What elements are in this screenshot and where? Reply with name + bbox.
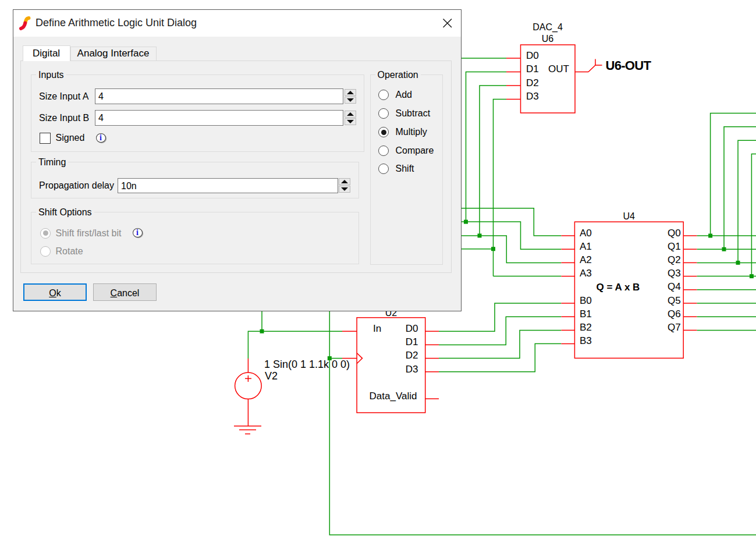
svg-text:A0: A0 xyxy=(580,228,592,239)
svg-text:In: In xyxy=(373,323,381,334)
svg-text:B2: B2 xyxy=(580,322,592,333)
svg-text:Q = A x B: Q = A x B xyxy=(597,282,640,293)
svg-text:D3: D3 xyxy=(526,91,539,102)
svg-text:Data_Valid: Data_Valid xyxy=(370,391,417,402)
svg-text:1 Sin(0 1 1.1k 0 0): 1 Sin(0 1 1.1k 0 0) xyxy=(264,359,350,370)
svg-text:Q4: Q4 xyxy=(668,281,681,292)
svg-text:DAC_4: DAC_4 xyxy=(533,22,563,33)
svg-text:A1: A1 xyxy=(580,241,592,252)
svg-text:Q6: Q6 xyxy=(668,308,681,320)
svg-text:V2: V2 xyxy=(265,370,278,382)
svg-text:D2: D2 xyxy=(406,350,418,361)
svg-text:U4: U4 xyxy=(623,211,636,221)
svg-text:B1: B1 xyxy=(580,308,592,320)
svg-text:U6: U6 xyxy=(542,34,554,44)
svg-text:A3: A3 xyxy=(580,268,592,279)
svg-text:Q0: Q0 xyxy=(668,228,681,239)
svg-text:D2: D2 xyxy=(526,77,539,88)
svg-text:D0: D0 xyxy=(526,50,539,61)
svg-text:B3: B3 xyxy=(580,335,592,346)
svg-text:Q7: Q7 xyxy=(668,322,681,333)
svg-text:Q1: Q1 xyxy=(668,241,681,252)
svg-text:OUT: OUT xyxy=(548,63,569,74)
svg-text:Q2: Q2 xyxy=(668,254,681,265)
svg-text:D3: D3 xyxy=(406,364,418,375)
svg-text:B0: B0 xyxy=(580,295,592,306)
svg-text:D0: D0 xyxy=(406,323,418,334)
svg-text:Q3: Q3 xyxy=(668,268,681,279)
svg-text:Q5: Q5 xyxy=(668,295,681,306)
svg-text:A2: A2 xyxy=(580,254,592,265)
svg-text:D1: D1 xyxy=(526,63,539,74)
svg-text:D1: D1 xyxy=(406,336,418,347)
svg-text:U6-OUT: U6-OUT xyxy=(606,58,652,73)
